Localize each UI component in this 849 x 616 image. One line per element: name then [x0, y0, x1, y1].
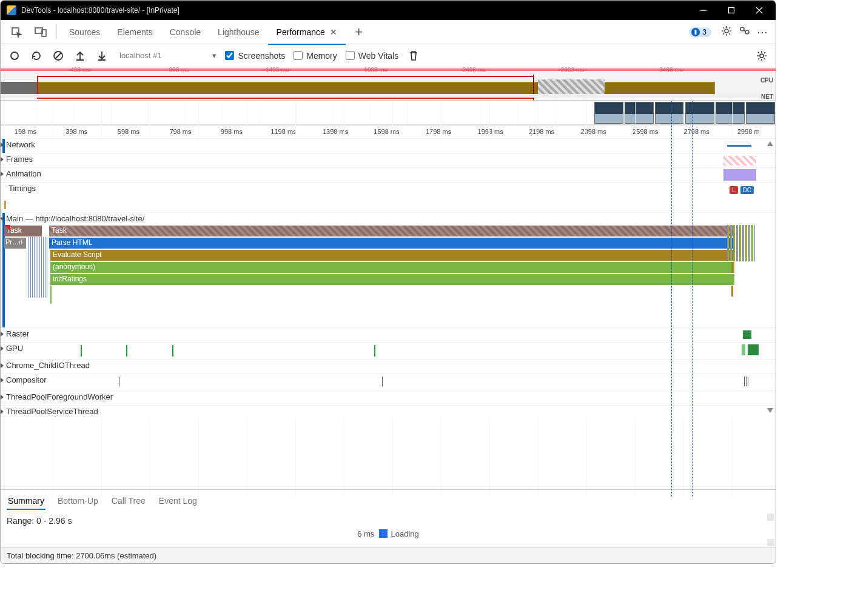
svg-rect-5 — [35, 28, 42, 33]
tab-performance[interactable]: Performance✕ — [268, 20, 346, 44]
scroll-up-icon[interactable] — [767, 141, 773, 146]
sessions-select[interactable]: localhost #1 — [119, 51, 161, 60]
window-minimize-button[interactable] — [690, 1, 717, 20]
details-tabstrip: Summary Bottom-Up Call Tree Event Log — [1, 489, 776, 511]
capture-settings-gear-icon[interactable] — [755, 49, 768, 62]
track-childio[interactable]: Chrome_ChildIOThread — [1, 359, 776, 373]
scroll-down-icon[interactable] — [767, 539, 774, 546]
expand-caret-icon[interactable] — [1, 395, 4, 400]
gpu-block[interactable] — [748, 344, 759, 355]
activity-icon[interactable] — [736, 25, 754, 38]
settings-gear-icon[interactable] — [717, 25, 736, 38]
status-text: Total blocking time: 2700.06ms (estimate… — [7, 551, 156, 560]
reload-record-button[interactable] — [30, 49, 43, 62]
flame-evaluate-script[interactable]: Evaluate Script — [50, 250, 734, 261]
tab-summary[interactable]: Summary — [7, 492, 45, 509]
window-titlebar: DevTools - localhost:8080/travel-site/ -… — [1, 1, 776, 20]
close-tab-icon[interactable]: ✕ — [330, 27, 337, 37]
track-network[interactable]: Network — [1, 138, 776, 153]
flame-microtasks — [727, 237, 755, 249]
scroll-down-icon[interactable] — [767, 408, 773, 413]
flame-anonymous[interactable]: (anonymous) — [50, 262, 734, 273]
flame-task[interactable]: Task — [49, 226, 734, 236]
scroll-up-icon[interactable] — [767, 514, 774, 521]
timeline-ruler[interactable]: 198 ms398 ms 598 ms798 ms 998 ms1198 ms … — [1, 125, 776, 138]
screenshot-thumb[interactable] — [594, 102, 623, 124]
download-profile-button[interactable] — [95, 49, 109, 62]
tab-bottomup[interactable]: Bottom-Up — [56, 492, 99, 509]
app-icon — [7, 5, 16, 15]
details-scrollbar[interactable] — [767, 514, 774, 547]
raster-block[interactable] — [743, 330, 751, 339]
compositor-mark — [119, 377, 119, 386]
gpu-mark — [81, 345, 82, 357]
clear-button[interactable] — [52, 49, 65, 62]
overview-timeline[interactable]: 498 ms 998 ms 1498 ms 1998 ms 2498 ms 29… — [1, 67, 776, 101]
tab-label: Console — [170, 27, 201, 37]
expand-caret-icon[interactable] — [1, 409, 4, 414]
track-main[interactable]: Main — http://localhost:8080/travel-site… — [1, 212, 776, 327]
screenshot-thumb[interactable] — [655, 102, 684, 124]
tab-sources[interactable]: Sources — [61, 20, 109, 44]
track-frames[interactable]: Frames — [1, 153, 776, 167]
issues-button[interactable]: 3 — [689, 27, 711, 37]
flame-parse-html[interactable]: Parse HTML — [49, 238, 734, 249]
expand-caret-icon[interactable] — [1, 363, 4, 368]
memory-checkbox[interactable]: Memory — [294, 51, 337, 61]
timeline-tracks[interactable]: Network Frames Animation Timings L DC Ma… — [1, 138, 776, 420]
performance-toolbar: localhost #1 ▾ Screenshots Memory Web Vi… — [1, 44, 776, 67]
screenshot-thumb[interactable] — [716, 102, 745, 124]
window-maximize-button[interactable] — [717, 1, 745, 20]
expand-caret-icon[interactable] — [1, 346, 4, 351]
gpu-mark — [172, 345, 173, 357]
track-threadpool-fg[interactable]: ThreadPoolForegroundWorker — [1, 390, 776, 405]
expand-caret-icon[interactable] — [1, 378, 4, 383]
flame-hairlines — [29, 286, 48, 298]
flame-hairlines — [29, 249, 48, 261]
gpu-mark — [374, 345, 375, 357]
collapse-caret-icon[interactable] — [1, 217, 5, 220]
screenshot-thumb[interactable] — [625, 102, 654, 124]
expand-caret-icon[interactable] — [1, 172, 4, 176]
record-button[interactable] — [8, 49, 21, 62]
inspect-element-icon[interactable] — [4, 20, 29, 44]
tab-elements[interactable]: Elements — [109, 20, 161, 44]
legend-swatch-loading — [379, 529, 388, 538]
trash-button[interactable] — [407, 49, 420, 62]
webvitals-checkbox[interactable]: Web Vitals — [346, 51, 398, 61]
chevron-down-icon[interactable]: ▾ — [212, 51, 216, 60]
tab-console[interactable]: Console — [161, 20, 209, 44]
flame-initratings[interactable]: initRatings — [50, 274, 734, 285]
tab-label: Lighthouse — [218, 27, 260, 37]
track-compositor[interactable]: Compositor — [1, 373, 776, 390]
expand-caret-icon[interactable] — [1, 157, 4, 162]
add-tab-button[interactable]: + — [351, 24, 367, 40]
screenshot-filmstrip[interactable] — [1, 101, 776, 125]
timing-badge-DC[interactable]: DC — [740, 186, 754, 194]
window-close-button[interactable] — [745, 1, 773, 20]
screenshot-thumb[interactable] — [685, 102, 714, 124]
flame-microtasks — [727, 225, 755, 237]
tab-eventlog[interactable]: Event Log — [158, 492, 198, 509]
track-gpu[interactable]: GPU — [1, 342, 776, 359]
tab-lighthouse[interactable]: Lighthouse — [209, 20, 268, 44]
screenshot-thumb[interactable] — [746, 102, 775, 124]
svg-point-9 — [725, 29, 728, 33]
flame-event[interactable]: Pr…d — [4, 238, 26, 249]
track-animation[interactable]: Animation — [1, 167, 776, 182]
track-timings[interactable]: Timings L DC — [1, 182, 776, 212]
track-threadpool-svc[interactable]: ThreadPoolServiceThread — [1, 405, 776, 420]
more-menu-icon[interactable]: ⋯ — [754, 25, 772, 39]
screenshots-checkbox[interactable]: Screenshots — [225, 51, 285, 61]
gpu-block[interactable] — [742, 344, 745, 355]
expand-caret-icon[interactable] — [1, 142, 4, 147]
expand-caret-icon[interactable] — [1, 332, 4, 336]
overview-net-label: NET — [761, 93, 773, 100]
timing-badge-L[interactable]: L — [730, 186, 738, 194]
tab-calltree[interactable]: Call Tree — [110, 492, 147, 509]
track-raster[interactable]: Raster — [1, 327, 776, 342]
device-toggle-icon[interactable] — [29, 20, 53, 44]
flame-hairlines — [29, 237, 48, 249]
upload-profile-button[interactable] — [73, 49, 87, 62]
tab-label: Sources — [69, 27, 100, 37]
